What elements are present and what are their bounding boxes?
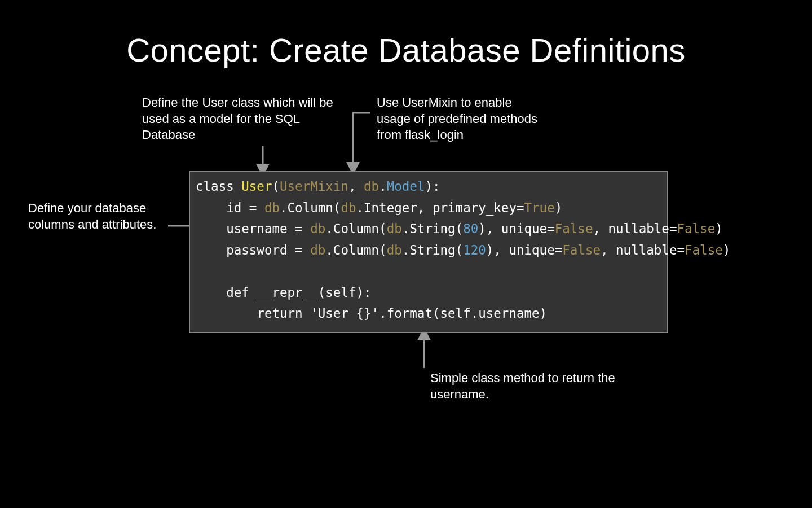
slide-title: Concept: Create Database Definitions (0, 31, 812, 69)
code-line-6: def __repr__(self): (196, 285, 372, 300)
annotation-repr: Simple class method to return the userna… (430, 370, 633, 402)
code-line-5 (196, 264, 204, 278)
code-block: class User(UserMixin, db.Model): id = db… (189, 171, 668, 333)
code-line-7: return 'User {}'.format(self.username) (196, 306, 547, 321)
annotation-define-user-class: Define the User class which will be used… (142, 95, 345, 143)
code-line-3: username = db.Column(db.String(80), uniq… (196, 221, 723, 236)
arrow-to-usermixin (353, 113, 370, 172)
slide: Concept: Create Database Definitions Def… (0, 0, 812, 508)
annotation-usermixin: Use UserMixin to enable usage of predefi… (377, 95, 540, 143)
code-line-1: class User(UserMixin, db.Model): (196, 179, 440, 194)
code-line-4: password = db.Column(db.String(120), uni… (196, 243, 730, 257)
code-line-2: id = db.Column(db.Integer, primary_key=T… (196, 200, 562, 215)
annotation-columns: Define your database columns and attribu… (28, 200, 180, 233)
